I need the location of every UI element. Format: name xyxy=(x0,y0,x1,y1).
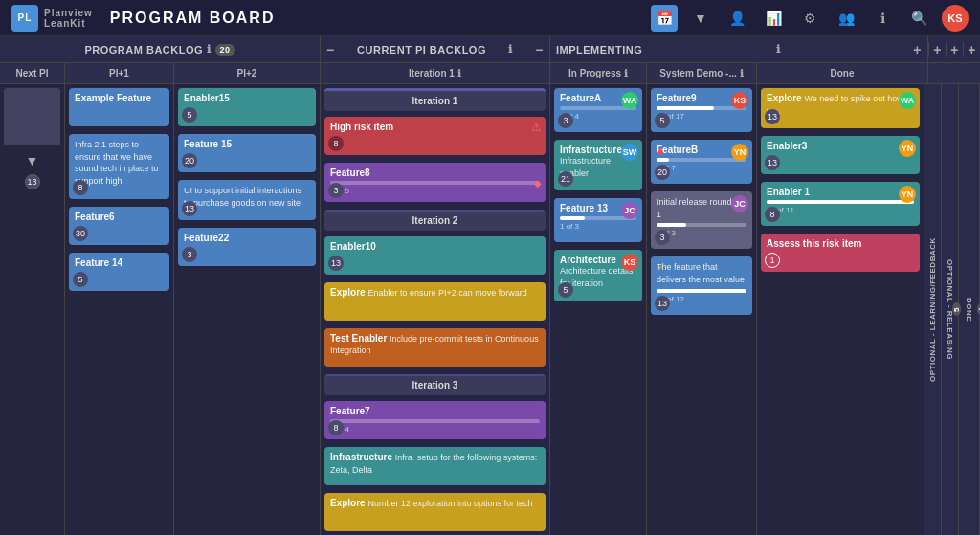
example-feature-card[interactable]: Example Feature xyxy=(69,88,169,126)
iter1-info[interactable]: ℹ xyxy=(457,68,461,78)
iteration3-label: Iteration 3 xyxy=(324,374,546,395)
implementing-plus-btn[interactable]: + xyxy=(913,42,922,57)
featureB-card[interactable]: FeatureB YN 1 of 7 20 ▲ xyxy=(651,140,752,184)
current-pi-backlog-label: CURRENT PI BACKLOG xyxy=(357,44,486,56)
ui-support-card[interactable]: UI to support initial interactions to pu… xyxy=(178,180,316,220)
example-feature-title: Example Feature xyxy=(75,93,151,103)
infra-card-body: Infra 2.1 steps to ensure that we have s… xyxy=(75,140,159,186)
explore-num12-card[interactable]: Explore Number 12 exploration into optio… xyxy=(324,493,546,531)
infra-enabler-card[interactable]: Infrastructure Infrastructure enabler SW… xyxy=(554,140,642,190)
in-progress-info[interactable]: ℹ xyxy=(624,68,628,78)
featureA-avatar: WA xyxy=(621,92,638,109)
high-risk-card[interactable]: High risk item ⚠ 8 xyxy=(324,117,546,155)
implementing-label: IMPLEMENTING xyxy=(556,44,642,56)
architecture-card[interactable]: Architecture Architecture details for it… xyxy=(554,250,642,301)
ui-support-body: UI to support initial interactions to pu… xyxy=(184,186,301,208)
logo-area: PL PlanviewLeanKit xyxy=(11,5,93,32)
initial-release-body: Initial release roundup 1 xyxy=(657,197,742,219)
top-navigation: PL PlanviewLeanKit PROGRAM BOARD 📅 ▼ 👤 📊… xyxy=(0,0,980,36)
enabler1-title: Enabler 1 xyxy=(767,187,810,197)
featureA-card[interactable]: FeatureA WA 0 of 4 3 xyxy=(554,88,642,132)
feature22-card[interactable]: Feature22 3 xyxy=(178,228,316,266)
explore-spike-badge: 13 xyxy=(765,109,780,124)
infra-setup-card[interactable]: Infrastructure Infra. setup for the foll… xyxy=(324,447,546,485)
infra-setup-title: Infrastructure xyxy=(330,452,392,462)
explore-spike-title: Explore xyxy=(767,93,802,103)
feature14-card[interactable]: Feature 14 5 xyxy=(69,253,169,291)
logo-icon: PL xyxy=(11,5,38,32)
sub-column-headers: Next PI PI+1 PI+2 Iteration 1 ℹ In Progr… xyxy=(0,63,980,84)
pi2-header: PI+2 xyxy=(174,63,321,83)
next-pi-header: Next PI xyxy=(0,63,65,83)
calendar-icon[interactable]: 📅 xyxy=(651,5,678,32)
enabler15-card[interactable]: Enabler15 5 xyxy=(178,88,316,126)
filter-icon[interactable]: ▼ xyxy=(687,5,714,32)
next-pi-dropdown[interactable]: ▼ xyxy=(4,153,60,168)
assess-risk-card[interactable]: Assess this risk item 1 xyxy=(761,234,920,272)
current-pi-collapse-btn[interactable]: − xyxy=(326,42,335,57)
architecture-avatar: KS xyxy=(621,254,638,271)
brand-name: PlanviewLeanKit xyxy=(44,8,93,29)
right-plus-2[interactable]: + xyxy=(946,42,963,57)
featureA-badge: 3 xyxy=(558,113,573,128)
test-enabler-card[interactable]: Test Enabler Include pre-commit tests in… xyxy=(324,328,546,367)
gear-icon[interactable]: ⚙ xyxy=(796,5,823,32)
architecture-title: Architecture xyxy=(560,255,616,265)
featureA-title: FeatureA xyxy=(560,93,601,103)
feature7-card[interactable]: Feature7 0 of 4 8 xyxy=(324,401,546,440)
infra-enabler-title: Infrastructure xyxy=(560,145,622,155)
right-plus-1[interactable]: + xyxy=(928,42,946,57)
feature8-card[interactable]: Feature8 0 of 5 ◆ 3 xyxy=(324,163,546,202)
right-plus-3[interactable]: + xyxy=(963,42,980,57)
chart-icon[interactable]: 📊 xyxy=(760,5,787,32)
feature14-badge: 5 xyxy=(73,272,88,287)
feature13-card[interactable]: Feature 13 JC 1 of 3 xyxy=(554,198,642,242)
pi1-label: PI+1 xyxy=(109,68,129,78)
enabler3-card[interactable]: Enabler3 YN 13 xyxy=(761,136,920,174)
enabler1-progress-bar xyxy=(767,200,914,204)
done-column: Explore We need to spike out how to... W… xyxy=(757,84,924,535)
feature14-title: Feature 14 xyxy=(75,257,122,268)
featureB-spike-icon: ▲ xyxy=(655,144,666,157)
system-demo-info[interactable]: ℹ xyxy=(740,68,744,78)
current-pi-collapse2-btn[interactable]: − xyxy=(535,42,544,57)
architecture-badge: 5 xyxy=(558,282,573,298)
done-header: Done xyxy=(757,63,928,83)
current-pi-info[interactable]: ℹ xyxy=(508,43,513,56)
feature6-badge: 30 xyxy=(73,226,88,241)
high-risk-badge: 8 xyxy=(328,136,344,151)
feature-delivers-arrow: → xyxy=(655,260,666,274)
explore-enabler-body: Enabler to ensure PI+2 can move forward xyxy=(368,288,526,298)
infra-card[interactable]: Infra 2.1 steps to ensure that we have s… xyxy=(69,134,169,199)
implementing-info[interactable]: ℹ xyxy=(776,43,781,56)
program-backlog-info[interactable]: ℹ xyxy=(207,43,212,56)
search-icon[interactable]: 🔍 xyxy=(905,5,932,32)
done-side-label: 5 DONE 4 xyxy=(959,84,980,535)
user-avatar[interactable]: KS xyxy=(942,5,969,32)
feature9-progress-fill xyxy=(657,106,714,110)
infra-enabler-avatar: SW xyxy=(621,144,638,161)
assess-risk-title: Assess this risk item xyxy=(767,238,862,249)
feature6-card[interactable]: Feature6 30 xyxy=(69,207,169,245)
initial-release-card[interactable]: Initial release roundup 1 JC 1 of 3 3 xyxy=(651,191,752,249)
explore-spike-card[interactable]: Explore We need to spike out how to... W… xyxy=(761,88,920,128)
next-pi-card-empty[interactable] xyxy=(4,88,60,145)
user-settings-icon[interactable]: 👤 xyxy=(724,5,750,32)
add-user-icon[interactable]: 👥 xyxy=(833,5,859,32)
high-risk-warn-icon: ⚠ xyxy=(531,121,542,134)
info-icon[interactable]: ℹ xyxy=(869,5,896,32)
program-backlog-badge: 20 xyxy=(215,44,235,56)
enabler3-avatar: YN xyxy=(899,140,916,157)
feature-delivers-card[interactable]: The feature that delivers the most value… xyxy=(651,256,752,314)
column-headers: PROGRAM BACKLOG ℹ 20 − CURRENT PI BACKLO… xyxy=(0,36,980,63)
feature15-card[interactable]: Feature 15 20 xyxy=(178,134,316,172)
pi1-header: PI+1 xyxy=(65,63,174,83)
feature9-card[interactable]: Feature9 KS 11 of 17 5 xyxy=(651,88,752,132)
app-title: PROGRAM BOARD xyxy=(110,10,276,27)
explore-enabler-card[interactable]: Explore Enabler to ensure PI+2 can move … xyxy=(324,282,546,321)
next-pi-label: Next PI xyxy=(16,68,49,78)
enabler10-card[interactable]: Enabler10 13 xyxy=(324,236,546,275)
enabler1-card[interactable]: Enabler 1 YN 11 of 11 8 xyxy=(761,182,920,226)
feature13-progress-text: 1 of 3 xyxy=(560,222,579,231)
done-badge-5: 5 xyxy=(952,303,961,317)
